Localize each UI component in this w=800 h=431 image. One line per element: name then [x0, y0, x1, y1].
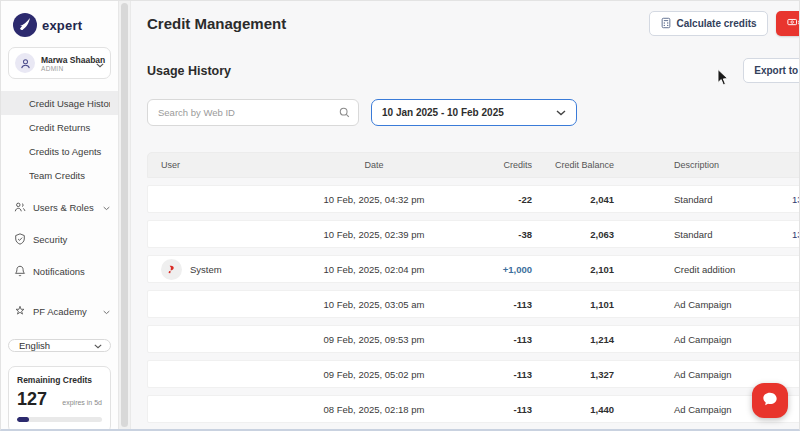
table-row[interactable]: 10 Feb, 2025, 04:32 pm -22 2,041 Standar… [147, 185, 800, 213]
language-select[interactable]: English [8, 339, 111, 352]
export-csv-button[interactable]: Export to .CSV [743, 58, 800, 83]
academy-icon [13, 305, 26, 318]
sidebar-item-label: Notifications [33, 266, 110, 277]
cell-web-id[interactable]: 13510719 [792, 229, 800, 240]
main-content: Credit Management Calculate credits Top … [131, 1, 800, 429]
col-credits: Credits [460, 160, 532, 170]
top-up-button[interactable]: Top Up [776, 11, 800, 36]
scrollbar-track[interactable] [119, 1, 131, 429]
cell-balance: 1,327 [532, 369, 632, 380]
sidebar-item-label: Credit Usage History [29, 98, 110, 109]
sidebar-item-team-credits[interactable]: Team Credits [1, 163, 118, 187]
sidebar-item-label: PF Academy [33, 306, 96, 317]
user-name: Marwa Shaaban [41, 55, 90, 65]
date-range-select[interactable]: 10 Jan 2025 - 10 Feb 2025 [371, 99, 577, 126]
cell-description: Ad Campaign [632, 299, 792, 310]
coins-icon [787, 17, 800, 30]
cell-description: Ad Campaign [632, 369, 792, 380]
sidebar-item-credit-usage-history[interactable]: Credit Usage History [1, 91, 118, 115]
search-input[interactable] [158, 107, 339, 118]
remaining-credits-title: Remaining Credits [17, 375, 102, 385]
cell-description: Credit addition [632, 264, 792, 275]
cell-date: 09 Feb, 2025, 05:02 pm [288, 369, 460, 380]
remaining-credits-value: 127 [17, 389, 47, 410]
user-menu[interactable]: Marwa Shaaban ADMIN [8, 47, 111, 79]
sidebar-item-label: Credit Returns [29, 122, 110, 133]
cell-credits: +1,000 [460, 264, 532, 275]
bell-icon [13, 265, 26, 278]
credits-progress-fill [17, 417, 29, 422]
sidebar-item-security[interactable]: Security [1, 227, 118, 251]
chat-bubble-icon [761, 391, 779, 411]
cell-user-label: System [190, 264, 222, 275]
sidebar-item-label: Users & Roles [33, 202, 96, 213]
cell-credits: -113 [460, 299, 532, 310]
cell-balance: 2,101 [532, 264, 632, 275]
chevron-down-icon [94, 340, 102, 351]
sidebar-item-credits-to-agents[interactable]: Credits to Agents [1, 139, 118, 163]
cell-credits: -113 [460, 334, 532, 345]
sidebar-nav: Credit Usage History Credit Returns Cred… [1, 91, 118, 323]
page-title: Credit Management [147, 15, 286, 32]
shield-icon [13, 233, 26, 246]
user-role: ADMIN [41, 65, 90, 72]
sidebar-item-credit-returns[interactable]: Credit Returns [1, 115, 118, 139]
cell-date: 08 Feb, 2025, 02:18 pm [288, 404, 460, 415]
table-row[interactable]: 10 Feb, 2025, 03:05 am -113 1,101 Ad Cam… [147, 290, 800, 318]
search-box[interactable] [147, 99, 359, 126]
search-icon [339, 104, 350, 122]
sidebar-item-notifications[interactable]: Notifications [1, 259, 118, 283]
table-row[interactable]: 10 Feb, 2025, 02:39 pm -38 2,063 Standar… [147, 220, 800, 248]
table-row[interactable]: 09 Feb, 2025, 09:53 pm -113 1,214 Ad Cam… [147, 325, 800, 353]
scrollbar-thumb[interactable] [121, 3, 128, 427]
cell-description: Ad Campaign [632, 334, 792, 345]
col-web-id: Web ID [792, 160, 800, 170]
cell-date: 10 Feb, 2025, 02:39 pm [288, 229, 460, 240]
cell-date: 10 Feb, 2025, 03:05 am [288, 299, 460, 310]
cell-date: 10 Feb, 2025, 02:04 pm [288, 264, 460, 275]
sidebar-item-users-roles[interactable]: Users & Roles [1, 195, 118, 219]
cell-credits: -113 [460, 404, 532, 415]
brand-name: expert [42, 18, 82, 33]
cell-date: 09 Feb, 2025, 09:53 pm [288, 334, 460, 345]
section-title: Usage History [147, 64, 231, 78]
cell-user: System [148, 259, 288, 280]
sidebar-item-label: Team Credits [29, 170, 110, 181]
chevron-down-icon [96, 54, 104, 72]
cell-balance: 2,063 [532, 229, 632, 240]
remaining-credits-card: Remaining Credits 127 expires in 5d [8, 366, 111, 431]
cell-web-id[interactable]: 13512474 [792, 194, 800, 205]
users-icon [13, 201, 26, 214]
cell-balance: 1,440 [532, 404, 632, 415]
cell-description: Standard [632, 229, 792, 240]
table-row[interactable]: System 10 Feb, 2025, 02:04 pm +1,000 2,1… [147, 255, 800, 283]
sidebar-item-label: Credits to Agents [29, 146, 110, 157]
chevron-down-icon [556, 107, 566, 118]
sidebar-item-label: Security [33, 234, 110, 245]
col-balance: Credit Balance [532, 160, 632, 170]
calculate-credits-label: Calculate credits [677, 18, 757, 29]
cell-balance: 1,214 [532, 334, 632, 345]
table-row[interactable]: 09 Feb, 2025, 05:02 pm -113 1,327 Ad Cam… [147, 360, 800, 388]
credits-expiry: expires in 5d [62, 399, 102, 406]
brand-logo[interactable]: expert [1, 9, 118, 45]
col-description: Description [632, 160, 792, 170]
table-row[interactable]: 08 Feb, 2025, 02:18 pm -113 1,440 Ad Cam… [147, 395, 800, 423]
cell-date: 10 Feb, 2025, 04:32 pm [288, 194, 460, 205]
system-avatar-icon [161, 259, 182, 280]
cell-credits: -38 [460, 229, 532, 240]
export-csv-label: Export to .CSV [754, 65, 800, 76]
brand-logo-icon [13, 13, 37, 37]
cell-balance: 1,101 [532, 299, 632, 310]
sidebar: expert Marwa Shaaban ADMIN Credit Usage … [1, 1, 119, 429]
cell-description: Standard [632, 194, 792, 205]
col-date: Date [288, 160, 460, 170]
date-range-value: 10 Jan 2025 - 10 Feb 2025 [382, 107, 556, 118]
sidebar-item-pf-academy[interactable]: PF Academy [1, 299, 118, 323]
language-value: English [19, 340, 94, 351]
cell-credits: -113 [460, 369, 532, 380]
chat-widget-button[interactable] [752, 383, 788, 418]
user-avatar-icon [15, 53, 35, 73]
calculate-credits-button[interactable]: Calculate credits [649, 11, 768, 36]
table-header: User Date Credits Credit Balance Descrip… [147, 152, 800, 178]
